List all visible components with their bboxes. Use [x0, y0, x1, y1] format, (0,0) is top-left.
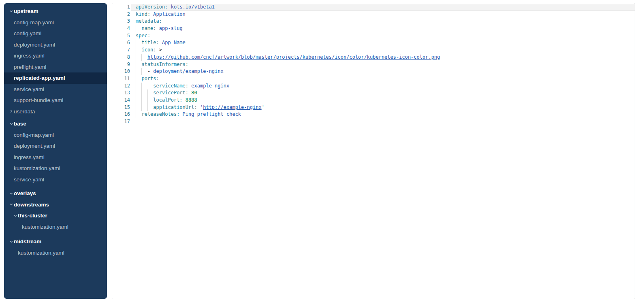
code-line[interactable]: 10 - deployment/example-nginx [112, 68, 635, 75]
chevron-down-icon[interactable] [9, 191, 14, 196]
code-line[interactable]: 11 ports: [112, 75, 635, 83]
sidebar-item-label: kustomization.yaml [18, 250, 64, 256]
sidebar-item-midstream[interactable]: midstream [4, 236, 107, 247]
code-token: app-slug [156, 26, 183, 31]
code-line[interactable]: 15 applicationUrl: 'http://example-nginx… [112, 104, 635, 111]
chevron-down-icon[interactable] [9, 122, 14, 126]
code-token: statusInformers: [136, 62, 188, 67]
sidebar-item-upstream[interactable]: upstream [4, 6, 107, 17]
code-token: ports: [136, 76, 159, 81]
sidebar-item-downstreams[interactable]: downstreams [4, 199, 107, 211]
code-token: deployment/example-nginx [153, 68, 223, 74]
code-line[interactable]: 1apiVersion: kots.io/v1beta1 [112, 4, 635, 11]
sidebar-item-label: upstream [14, 8, 38, 14]
code-line[interactable]: 9 statusInformers: [112, 61, 635, 68]
sidebar-item-label: config-map.yaml [14, 19, 54, 26]
sidebar-item-service-yaml[interactable]: service.yaml [4, 84, 107, 95]
sidebar-item-replicated-app-yaml[interactable]: replicated-app.yaml [4, 72, 107, 84]
line-number: 15 [112, 104, 130, 111]
code-token: Application [150, 11, 186, 17]
code-line[interactable]: 7 icon: >- [112, 47, 635, 54]
sidebar-item-kustomization-yaml[interactable]: kustomization.yaml [4, 221, 107, 233]
sidebar-item-overlays[interactable]: overlays [4, 188, 107, 199]
sidebar-item-kustomization-yaml[interactable]: kustomization.yaml [4, 247, 107, 259]
code-token: - [147, 68, 153, 74]
sidebar-item-label: service.yaml [14, 177, 44, 183]
code-editor[interactable]: 1apiVersion: kots.io/v1beta12kind: Appli… [112, 3, 635, 299]
sidebar-item-base[interactable]: base [4, 118, 107, 130]
code-token: icon: [136, 47, 156, 53]
sidebar-item-label: midstream [14, 238, 41, 245]
url-link[interactable]: https://github.com/cncf/artwork/blob/mas… [147, 54, 440, 60]
sidebar-item-preflight-yaml[interactable]: preflight.yaml [4, 62, 107, 73]
code-line[interactable]: 3metadata: [112, 18, 635, 25]
code-line[interactable]: 12 - serviceName: example-nginx [112, 83, 635, 90]
line-number: 3 [112, 18, 130, 25]
sidebar-item-ingress-yaml[interactable]: ingress.yaml [4, 152, 107, 163]
sidebar-item-label: deployment.yaml [14, 42, 55, 48]
sidebar-item-config-map-yaml[interactable]: config-map.yaml [4, 130, 107, 141]
code-token: localPort: [136, 97, 183, 103]
sidebar-item-label: downstreams [14, 202, 49, 208]
sidebar-item-config-map-yaml[interactable]: config-map.yaml [4, 17, 107, 28]
file-tree-sidebar[interactable]: upstreamconfig-map.yamlconfig.yamldeploy… [4, 3, 107, 299]
line-number: 16 [112, 111, 130, 118]
code-token: title: [136, 40, 159, 45]
code-token: ' [262, 104, 264, 110]
chevron-right-icon[interactable] [9, 109, 14, 113]
code-token: metadata: [136, 18, 162, 24]
chevron-down-icon[interactable] [9, 202, 14, 206]
code-token: servicePort: [136, 90, 188, 96]
line-number: 5 [112, 32, 130, 40]
chevron-down-icon[interactable] [9, 9, 14, 13]
sidebar-item-kustomization-yaml[interactable]: kustomization.yaml [4, 163, 107, 174]
line-number: 8 [112, 54, 130, 61]
sidebar-item-ingress-yaml[interactable]: ingress.yaml [4, 50, 107, 62]
line-number: 13 [112, 89, 130, 97]
code-line[interactable]: 2kind: Application [112, 11, 635, 18]
line-number: 12 [112, 83, 130, 90]
code-area[interactable]: 1apiVersion: kots.io/v1beta12kind: Appli… [112, 3, 635, 125]
sidebar-item-label: service.yaml [14, 86, 44, 92]
code-token [136, 83, 147, 89]
url-link[interactable]: http://example-nginx [203, 104, 262, 110]
chevron-down-icon[interactable] [13, 214, 18, 218]
code-line[interactable]: 17 [112, 118, 635, 125]
code-token: name: [136, 26, 156, 31]
code-line[interactable]: 14 localPort: 8888 [112, 97, 635, 104]
line-number: 14 [112, 97, 130, 104]
code-line[interactable]: 13 servicePort: 80 [112, 89, 635, 97]
sidebar-item-config-yaml[interactable]: config.yaml [4, 28, 107, 39]
code-line[interactable]: 4 name: app-slug [112, 25, 635, 32]
sidebar-item-userdata[interactable]: userdata [4, 106, 107, 117]
sidebar-item-label: config.yaml [14, 30, 41, 36]
line-number: 17 [112, 118, 130, 125]
code-line[interactable]: 6 title: App Name [112, 39, 635, 47]
line-number: 10 [112, 68, 130, 75]
code-line[interactable]: 8 https://github.com/cncf/artwork/blob/m… [112, 54, 635, 61]
line-number: 1 [112, 4, 130, 11]
line-number: 6 [112, 39, 130, 47]
sidebar-item-deployment-yaml[interactable]: deployment.yaml [4, 140, 107, 152]
code-line[interactable]: 16 releaseNotes: Ping preflight check [112, 111, 635, 118]
sidebar-item-this-cluster[interactable]: this-cluster [4, 210, 107, 221]
code-token: >- [156, 47, 165, 53]
sidebar-item-label: overlays [14, 190, 36, 196]
sidebar-item-deployment-yaml[interactable]: deployment.yaml [4, 39, 107, 51]
chevron-down-icon[interactable] [9, 240, 14, 244]
code-token: Ping preflight check [179, 111, 241, 117]
sidebar-item-label: userdata [14, 108, 35, 115]
code-token [136, 54, 147, 60]
code-token: spec: [136, 33, 150, 38]
line-number: 11 [112, 75, 130, 83]
sidebar-item-label: replicated-app.yaml [14, 75, 65, 81]
code-line[interactable]: 5spec: [112, 32, 635, 40]
code-token: ' [197, 104, 203, 110]
sidebar-item-label: preflight.yaml [14, 64, 46, 70]
sidebar-item-label: ingress.yaml [14, 53, 45, 59]
code-token: kind: [136, 11, 150, 17]
sidebar-item-support-bundle-yaml[interactable]: support-bundle.yaml [4, 95, 107, 106]
sidebar-item-label: kustomization.yaml [14, 165, 60, 171]
code-token: - [147, 83, 153, 89]
sidebar-item-service-yaml[interactable]: service.yaml [4, 174, 107, 185]
